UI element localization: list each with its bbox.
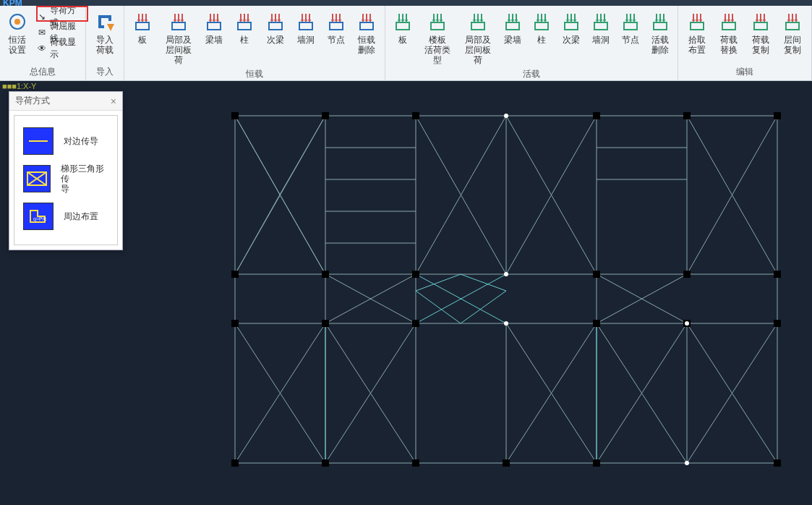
svg-point-69 <box>685 461 689 465</box>
svg-rect-18 <box>654 22 667 30</box>
replace-button[interactable]: 荷载 替换 <box>713 7 745 56</box>
svg-rect-8 <box>330 22 343 30</box>
slab-button[interactable]: 板 <box>127 7 158 46</box>
ribbon-group-live: 板 楼板 活荷类型 局部及 层间板荷 梁墙 柱 次梁 墙洞 节点 <box>385 6 678 80</box>
dialog-item-parallel[interactable]: 对边传导 <box>20 123 111 159</box>
wallhole-button[interactable]: 墙洞 <box>586 7 616 46</box>
svg-rect-6 <box>269 22 282 30</box>
svg-point-1 <box>14 19 20 25</box>
layercopy-button[interactable]: 层间 复制 <box>777 7 808 56</box>
beam-button[interactable]: 梁墙 <box>199 7 229 46</box>
copy-icon <box>749 10 772 33</box>
button-label: 梁墙 <box>205 35 223 45</box>
svg-rect-56 <box>593 320 600 327</box>
group-dead-label: 恒载 <box>127 67 382 82</box>
ribbon-group-dead: 板 局部及 层间板荷 梁墙 柱 次梁 墙洞 节点 恒载 删除 <box>124 6 385 80</box>
dialog-item-perimeter[interactable]: q=P/c 周边布置 <box>20 198 111 234</box>
delete-button[interactable]: 活载 删除 <box>645 7 675 56</box>
svg-rect-41 <box>231 112 239 119</box>
svg-point-66 <box>504 272 508 276</box>
node-button[interactable]: 节点 <box>615 7 645 46</box>
app-logo: KPM <box>3 0 28 6</box>
column-icon <box>233 10 256 33</box>
button-label: 柱 <box>240 35 249 45</box>
svg-rect-9 <box>360 22 373 30</box>
secbeam-button[interactable]: 次梁 <box>557 7 586 46</box>
dialog-item-label: 对边传导 <box>64 136 98 146</box>
svg-rect-3 <box>172 22 185 30</box>
button-label: 板 <box>398 35 407 45</box>
slab-button[interactable]: 板 <box>388 7 418 46</box>
svg-rect-16 <box>594 22 607 30</box>
svg-rect-19 <box>691 22 704 30</box>
load-display-button[interactable]: 👁 荷载显示 <box>35 41 80 56</box>
copy-button[interactable]: 荷载 复制 <box>745 7 777 56</box>
mail-icon: ✉ <box>38 27 47 38</box>
button-label: 荷载 替换 <box>720 35 738 55</box>
svg-point-67 <box>504 321 508 326</box>
button-label: 局部及 层间板荷 <box>462 35 493 65</box>
svg-rect-7 <box>299 22 312 30</box>
secbeam-icon <box>560 10 583 33</box>
pick-button[interactable]: 拾取 布置 <box>681 7 713 56</box>
svg-rect-52 <box>774 271 781 278</box>
svg-rect-59 <box>231 459 239 467</box>
beam-button[interactable]: 梁墙 <box>497 7 527 46</box>
button-label: 次梁 <box>563 35 580 45</box>
perimeter-icon: q=P/c <box>23 203 54 230</box>
svg-rect-12 <box>471 22 484 30</box>
svg-rect-43 <box>412 112 419 119</box>
svg-rect-13 <box>506 22 519 30</box>
svg-rect-51 <box>683 271 691 278</box>
button-label: 节点 <box>622 35 639 45</box>
type-icon <box>426 10 449 33</box>
button-label: 拾取 布置 <box>688 35 706 55</box>
column-button[interactable]: 柱 <box>229 7 260 46</box>
layercopy-icon <box>781 10 804 33</box>
group-general-label: 总信息 <box>3 64 82 80</box>
button-label: 次梁 <box>267 35 284 45</box>
import-icon <box>93 10 116 33</box>
svg-point-65 <box>504 114 508 118</box>
svg-rect-48 <box>322 271 329 278</box>
type-button[interactable]: 楼板 活荷类型 <box>418 7 458 67</box>
local-icon <box>466 10 490 33</box>
svg-rect-49 <box>412 271 419 278</box>
load-display-label: 荷载显示 <box>50 36 77 61</box>
secbeam-button[interactable]: 次梁 <box>260 7 291 46</box>
node-button[interactable]: 节点 <box>321 7 351 46</box>
column-icon <box>530 10 553 33</box>
delete-icon <box>355 10 378 33</box>
import-load-button[interactable]: 导入 荷载 <box>89 7 121 56</box>
local-button[interactable]: 局部及 层间板荷 <box>158 7 199 67</box>
column-button[interactable]: 柱 <box>527 7 557 46</box>
settings-button[interactable]: 恒活 设置 <box>3 7 32 56</box>
settings-label: 恒活 设置 <box>9 35 26 55</box>
dialog-item-trapezoid[interactable]: 梯形三角形传 导 <box>20 159 111 198</box>
wallhole-button[interactable]: 墙洞 <box>291 7 321 46</box>
button-label: 层间 复制 <box>784 35 801 55</box>
button-label: 荷载 复制 <box>752 35 769 55</box>
parallel-icon <box>23 127 54 155</box>
node-icon <box>619 10 642 33</box>
svg-rect-20 <box>722 22 735 30</box>
button-label: 柱 <box>537 35 546 45</box>
svg-rect-61 <box>412 459 419 467</box>
group-edit-label: 编辑 <box>681 64 808 80</box>
pick-icon <box>685 10 709 33</box>
import-load-label: 导入 荷载 <box>96 35 114 55</box>
beam-icon <box>202 10 226 33</box>
beam-icon <box>501 10 524 33</box>
svg-rect-17 <box>624 22 637 30</box>
svg-rect-60 <box>322 459 329 467</box>
close-icon[interactable]: × <box>111 96 116 107</box>
replace-icon <box>717 10 740 33</box>
secbeam-icon <box>264 10 287 33</box>
button-label: 活载 删除 <box>651 35 669 55</box>
local-button[interactable]: 局部及 层间板荷 <box>458 7 497 67</box>
delete-button[interactable]: 恒载 删除 <box>351 7 382 56</box>
svg-rect-4 <box>208 22 221 30</box>
dialog-titlebar[interactable]: 导荷方式 × <box>9 92 122 111</box>
slab-icon <box>131 10 154 33</box>
slab-icon <box>391 10 414 33</box>
